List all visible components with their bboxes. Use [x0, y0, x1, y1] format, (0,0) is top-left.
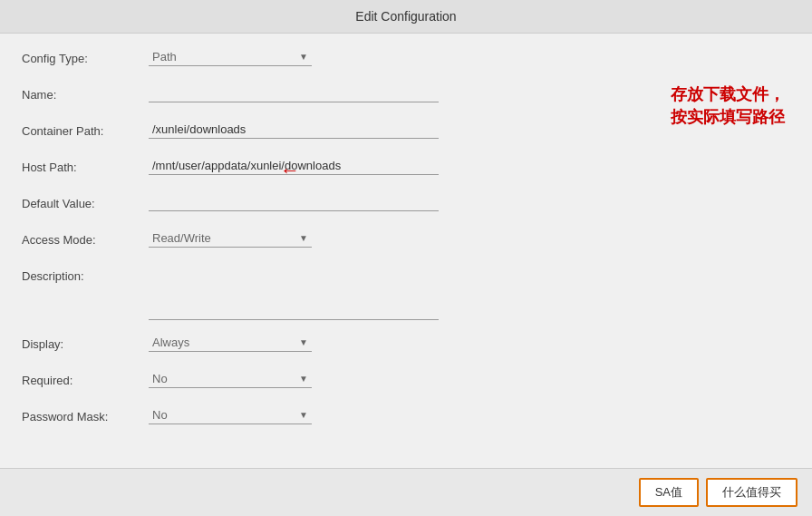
display-row: Display: Always Basic Advanced Never ▼	[22, 334, 790, 359]
access-mode-select[interactable]: Read/Write Read Only	[149, 229, 312, 247]
access-mode-row: Access Mode: Read/Write Read Only ▼	[22, 229, 790, 255]
required-label: Required:	[22, 370, 149, 387]
description-label: Description:	[22, 266, 149, 283]
container-path-control	[149, 121, 439, 139]
password-mask-select[interactable]: No Yes	[149, 406, 312, 424]
password-mask-control: No Yes ▼	[149, 406, 439, 424]
cancel-button[interactable]: 什么值得买	[706, 478, 798, 507]
required-select-wrapper[interactable]: No Yes ▼	[149, 370, 312, 388]
display-select[interactable]: Always Basic Advanced Never	[149, 334, 312, 351]
display-control: Always Basic Advanced Never ▼	[149, 334, 439, 352]
red-arrow-icon: ←	[280, 159, 300, 182]
host-path-label: Host Path:	[22, 157, 149, 174]
default-value-row: Default Value:	[22, 193, 790, 219]
display-label: Display:	[22, 334, 149, 351]
default-value-control	[149, 193, 439, 211]
description-textarea[interactable]	[149, 266, 439, 320]
dialog-title: Edit Configuration	[0, 0, 812, 34]
display-select-wrapper[interactable]: Always Basic Advanced Never ▼	[149, 334, 312, 352]
dialog-footer: SA值 什么值得买	[0, 468, 812, 516]
required-control: No Yes ▼	[149, 370, 439, 388]
annotation-text: 存放下载文件， 按实际填写路径	[671, 83, 785, 129]
password-mask-select-wrapper[interactable]: No Yes ▼	[149, 406, 312, 424]
config-type-label: Config Type:	[22, 48, 149, 65]
config-type-select-wrapper[interactable]: Path Variable Port Label Device ▼	[149, 48, 312, 66]
password-mask-label: Password Mask:	[22, 406, 149, 424]
description-row: Description:	[22, 266, 790, 323]
description-control	[149, 266, 439, 323]
config-type-control: Path Variable Port Label Device ▼	[149, 48, 439, 66]
container-path-input[interactable]	[149, 121, 439, 139]
password-mask-row: Password Mask: No Yes ▼	[22, 406, 790, 432]
default-value-label: Default Value:	[22, 193, 149, 210]
edit-configuration-dialog: Edit Configuration 存放下载文件， 按实际填写路径 Confi…	[0, 0, 812, 516]
container-path-label: Container Path:	[22, 121, 149, 138]
name-control	[149, 84, 439, 102]
config-type-select[interactable]: Path Variable Port Label Device	[149, 48, 312, 65]
host-path-row: Host Path: ←	[22, 157, 790, 182]
access-mode-control: Read/Write Read Only ▼	[149, 229, 439, 248]
required-select[interactable]: No Yes	[149, 370, 312, 387]
access-mode-select-wrapper[interactable]: Read/Write Read Only ▼	[149, 229, 312, 248]
dialog-body: 存放下载文件， 按实际填写路径 Config Type: Path Variab…	[0, 34, 812, 468]
required-row: Required: No Yes ▼	[22, 370, 790, 395]
name-label: Name:	[22, 84, 149, 102]
access-mode-label: Access Mode:	[22, 229, 149, 247]
default-value-input[interactable]	[149, 193, 439, 211]
save-button[interactable]: SA值	[639, 478, 699, 507]
name-input[interactable]	[149, 84, 439, 102]
config-type-row: Config Type: Path Variable Port Label De…	[22, 48, 790, 73]
